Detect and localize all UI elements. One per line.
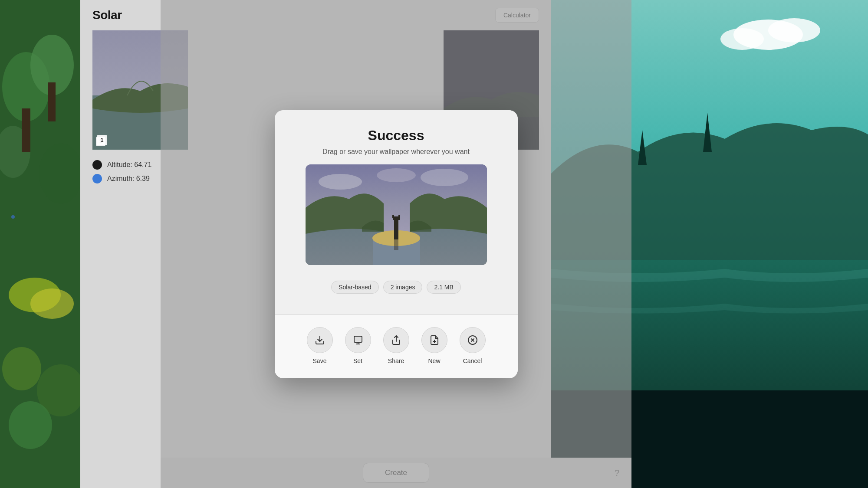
save-icon-container [307, 327, 333, 353]
svg-point-12 [11, 215, 15, 219]
svg-rect-21 [96, 137, 105, 146]
share-icon-container [383, 327, 409, 353]
app-title: Solar [92, 8, 122, 22]
svg-point-32 [319, 174, 362, 190]
set-label: Set [353, 357, 362, 364]
share-icon [391, 335, 401, 345]
svg-rect-6 [48, 82, 56, 121]
new-label: New [428, 357, 440, 364]
wallpaper-scene [306, 164, 487, 265]
actions-row: Save Set [283, 327, 509, 364]
modal-bottom: Save Set [275, 315, 518, 378]
save-icon [315, 335, 325, 345]
svg-point-17 [720, 28, 764, 50]
success-modal: Success Drag or save your wallpaper wher… [275, 110, 518, 378]
cancel-label: Cancel [463, 357, 482, 364]
svg-point-16 [768, 18, 820, 43]
svg-point-8 [30, 288, 74, 319]
modal-title: Success [292, 128, 500, 144]
share-button[interactable]: Share [383, 327, 409, 364]
svg-rect-30 [398, 215, 400, 218]
svg-rect-27 [394, 219, 398, 239]
set-icon-container [345, 327, 371, 353]
cancel-button[interactable]: Cancel [460, 327, 486, 364]
background-left [0, 0, 80, 488]
app-container: Solar Calculator [80, 0, 551, 488]
save-label: Save [313, 357, 327, 364]
svg-rect-5 [22, 108, 30, 152]
set-button[interactable]: Set [345, 327, 371, 364]
svg-text:1: 1 [99, 138, 102, 144]
modal-subtitle: Drag or save your wallpaper wherever you… [292, 148, 500, 156]
tag-type: Solar-based [331, 281, 379, 294]
new-icon [429, 335, 440, 345]
cancel-icon [467, 335, 478, 345]
svg-point-34 [377, 168, 416, 182]
altitude-dot [92, 160, 102, 170]
share-label: Share [388, 357, 404, 364]
tag-images: 2 images [383, 281, 423, 294]
svg-point-11 [9, 401, 52, 449]
azimuth-dot [92, 174, 102, 183]
svg-rect-37 [355, 337, 361, 341]
modal-wallpaper-preview[interactable] [306, 164, 487, 265]
new-button[interactable]: New [421, 327, 447, 364]
new-icon-container [421, 327, 447, 353]
set-icon [353, 335, 363, 345]
modal-top: Success Drag or save your wallpaper wher… [275, 110, 518, 314]
modal-overlay: Success Drag or save your wallpaper wher… [161, 0, 631, 488]
svg-rect-31 [394, 239, 398, 250]
azimuth-label: Azimuth: 6.39 [107, 175, 150, 183]
svg-point-9 [2, 347, 41, 390]
svg-rect-29 [392, 215, 394, 218]
altitude-label: Altitude: 64.71 [107, 161, 151, 169]
save-button[interactable]: Save [307, 327, 333, 364]
tag-size: 2.1 MB [427, 281, 460, 294]
svg-point-33 [421, 169, 468, 186]
modal-tags: Solar-based 2 images 2.1 MB [292, 274, 500, 304]
cancel-icon-container [460, 327, 486, 353]
